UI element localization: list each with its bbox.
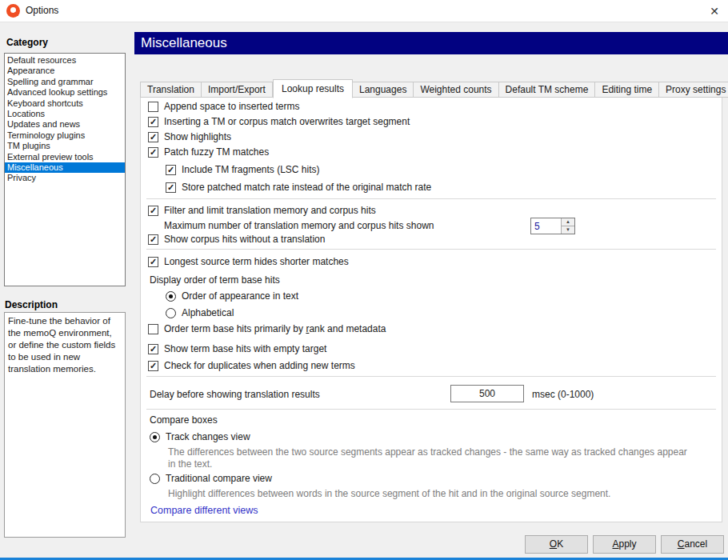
checkbox-icon (166, 165, 176, 175)
category-heading: Category (6, 37, 48, 48)
checkbox-show-corpus-hits[interactable]: Show corpus hits without a translation (148, 234, 325, 245)
checkbox-icon (148, 147, 158, 158)
checkbox-label: Filter and limit translation memory and … (164, 205, 376, 216)
category-item-keyboard-shortcuts[interactable]: Keyboard shortcuts (5, 98, 125, 109)
category-item-default-resources[interactable]: Default resources (5, 55, 125, 66)
tab-languages[interactable]: Languages (353, 82, 414, 98)
radio-label: Traditional compare view (166, 473, 272, 484)
max-hits-input[interactable] (531, 218, 561, 234)
checkbox-label: Patch fuzzy TM matches (164, 146, 269, 158)
checkbox-icon (148, 234, 158, 245)
max-hits-label: Maximum number of translation memory and… (164, 220, 434, 231)
spinner-down-icon[interactable]: ▼ (562, 226, 574, 234)
checkbox-icon (148, 361, 158, 371)
radio-icon (150, 432, 160, 442)
tab-weighted-counts[interactable]: Weighted counts (414, 82, 498, 98)
category-item-advanced-lookup-settings[interactable]: Advanced lookup settings (5, 87, 125, 98)
checkbox-label: Inserting a TM or corpus match overwrite… (164, 116, 410, 127)
category-list: Default resources Appearance Spelling an… (4, 53, 126, 286)
category-item-updates-and-news[interactable]: Updates and news (5, 119, 125, 130)
delay-units-label: msec (0-1000) (532, 389, 594, 400)
separator (146, 198, 716, 199)
separator (146, 249, 716, 250)
category-item-external-preview-tools[interactable]: External preview tools (5, 152, 125, 162)
checkbox-icon (148, 324, 158, 334)
category-item-miscellaneous[interactable]: Miscellaneous (5, 162, 125, 173)
checkbox-longest-source-term[interactable]: Longest source term hides shorter matche… (148, 256, 349, 267)
checkbox-label: Append space to inserted terms (164, 101, 299, 112)
radio-icon (166, 291, 176, 302)
memoq-logo-icon (6, 4, 20, 18)
checkbox-inserting-overwrites[interactable]: Inserting a TM or corpus match overwrite… (148, 116, 410, 127)
category-item-spelling-and-grammar[interactable]: Spelling and grammar (5, 77, 125, 87)
traditional-description: Highlight differences between words in t… (168, 488, 696, 500)
tab-translation[interactable]: Translation (140, 82, 202, 98)
checkbox-show-highlights[interactable]: Show highlights (148, 131, 231, 142)
checkbox-filter-limit-hits[interactable]: Filter and limit translation memory and … (148, 205, 376, 216)
close-icon[interactable]: ✕ (704, 2, 725, 21)
category-item-locations[interactable]: Locations (5, 109, 125, 119)
radio-label: Order of appearance in text (182, 290, 298, 302)
checkbox-label: Show highlights (164, 131, 231, 142)
checkbox-icon (148, 257, 158, 267)
checkbox-patch-fuzzy[interactable]: Patch fuzzy TM matches (148, 146, 269, 158)
checkbox-order-by-rank[interactable]: Order term base hits primarily by rank a… (148, 323, 386, 334)
checkbox-label: Include TM fragments (LSC hits) (182, 164, 320, 175)
max-hits-spinner: ▲ ▼ (530, 218, 575, 234)
window-title: Options (26, 5, 58, 16)
track-changes-description: The differences between the two source s… (168, 446, 692, 470)
checkbox-show-empty-target[interactable]: Show term base hits with empty target (148, 343, 326, 354)
checkbox-icon (148, 132, 158, 142)
checkbox-icon (166, 182, 176, 193)
checkbox-icon (148, 344, 158, 354)
tab-proxy-settings[interactable]: Proxy settings (659, 82, 728, 98)
tab-strip: Translation Import/Export Lookup results… (140, 79, 728, 98)
title-bar (0, 0, 728, 22)
radio-order-of-appearance[interactable]: Order of appearance in text (166, 290, 298, 302)
category-item-terminology-plugins[interactable]: Terminology plugins (5, 130, 125, 141)
radio-icon (166, 308, 176, 318)
category-item-tm-plugins[interactable]: TM plugins (5, 141, 125, 151)
delay-input[interactable] (450, 385, 524, 402)
tab-default-tm-scheme[interactable]: Default TM scheme (499, 82, 596, 98)
checkbox-icon (148, 102, 158, 112)
checkbox-append-space[interactable]: Append space to inserted terms (148, 101, 299, 112)
checkbox-store-patched-rate[interactable]: Store patched match rate instead of the … (166, 182, 431, 193)
checkbox-icon (148, 117, 158, 127)
checkbox-icon (148, 206, 158, 216)
checkbox-label: Longest source term hides shorter matche… (164, 256, 349, 267)
radio-track-changes-view[interactable]: Track changes view (150, 431, 250, 442)
spinner-up-icon[interactable]: ▲ (562, 218, 574, 226)
tab-lookup-results[interactable]: Lookup results (273, 79, 353, 98)
checkbox-check-duplicates[interactable]: Check for duplicates when adding new ter… (148, 360, 355, 371)
checkbox-include-tm-fragments[interactable]: Include TM fragments (LSC hits) (166, 164, 320, 175)
checkbox-label: Show corpus hits without a translation (164, 234, 325, 245)
radio-icon (150, 474, 160, 484)
checkbox-label: Show term base hits with empty target (164, 343, 326, 354)
category-item-privacy[interactable]: Privacy (5, 173, 125, 183)
compare-views-link[interactable]: Compare different views (150, 505, 258, 516)
description-text: Fine-tune the behavior of the memoQ envi… (4, 312, 126, 538)
checkbox-label: Check for duplicates when adding new ter… (164, 360, 355, 371)
tab-editing-time[interactable]: Editing time (595, 82, 659, 98)
page-title: Miscellaneous (134, 32, 728, 54)
separator (146, 409, 716, 410)
description-heading: Description (5, 299, 58, 310)
delay-label: Delay before showing translation results (150, 389, 320, 400)
tab-import-export[interactable]: Import/Export (202, 82, 273, 98)
checkbox-label: Store patched match rate instead of the … (182, 182, 431, 193)
category-item-appearance[interactable]: Appearance (5, 66, 125, 76)
compare-boxes-label: Compare boxes (150, 414, 218, 426)
checkbox-label: Order term base hits primarily by rank a… (164, 323, 386, 334)
display-order-label: Display order of term base hits (150, 274, 280, 286)
apply-button[interactable]: Apply (593, 535, 656, 554)
separator (146, 376, 716, 377)
radio-traditional-compare-view[interactable]: Traditional compare view (150, 473, 272, 484)
radio-label: Alphabetical (182, 307, 234, 318)
radio-alphabetical[interactable]: Alphabetical (166, 307, 234, 318)
ok-button[interactable]: OK (525, 535, 588, 554)
cancel-button[interactable]: Cancel (661, 535, 724, 554)
radio-label: Track changes view (166, 431, 250, 442)
